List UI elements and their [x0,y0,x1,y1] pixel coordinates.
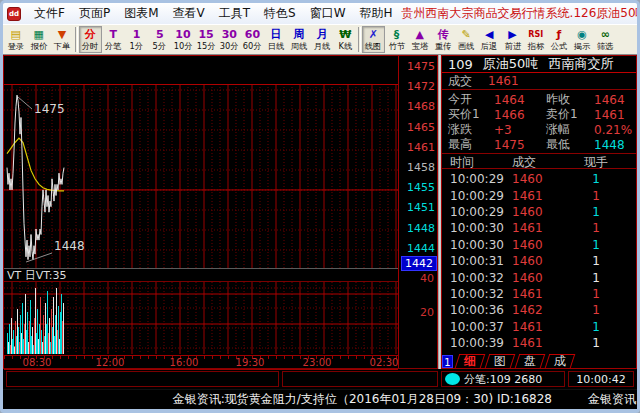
menu-文件F[interactable]: 文件F [27,4,72,23]
tick-volume: 1 [564,303,628,317]
menu-窗口W[interactable]: 窗口W [303,4,353,23]
tick-row: 10:00:3614621 [442,302,636,318]
menu-图表M[interactable]: 图表M [117,4,165,23]
toolbar-登录-button[interactable]: ▤登录 [4,26,27,53]
time-axis-label: 16:00 [170,357,199,368]
toolbar-宝塔-button[interactable]: ▲宝塔 [408,26,431,53]
contract-code: 109 [448,57,473,72]
toolbar-周线-button[interactable]: 周周线 [287,26,310,53]
contract-name: 原油50吨 [483,55,539,73]
quote-field-value: 1466 [494,108,546,122]
tab-label: 成 [554,355,566,368]
tab-细[interactable]: 细 [455,354,486,368]
toolbar-下单-button[interactable]: ▼下单 [50,26,73,53]
toolbar-重传-button[interactable]: 传重传 [431,26,454,53]
线图-icon: ✗ [369,28,378,41]
quote-field-label: 最低 [546,136,594,153]
volume-chart[interactable] [4,282,398,356]
app-logo-icon: dd [7,7,21,21]
toolbar-60分-button[interactable]: 6060分 [241,26,264,53]
menu-工具T[interactable]: 工具T [212,4,257,23]
statusbar: 分笔:109 2680 10:00:42 [3,369,637,389]
time-axis-label: 02:30 [370,357,399,368]
toolbar-前进-button[interactable]: ▶前进 [501,26,524,53]
overlay-segment: 均:1457.82 [96,369,156,370]
tick-volume: 1 [564,254,628,268]
toolbar-竹节-button[interactable]: §竹节 [385,26,408,53]
quote-field-value: +3 [494,123,546,137]
tick-row: 10:00:3014601 [442,237,636,253]
price-chart-svg: 14751448 [4,84,398,268]
toolbar-5分-button[interactable]: 55分 [148,26,171,53]
分时-icon: 分 [85,28,96,41]
tick-price: 1462 [512,303,564,317]
menu-查看V[interactable]: 查看V [166,4,212,23]
toolbar-K线-button[interactable]: ₩K线 [334,26,357,53]
toolbar-10分-button[interactable]: 1010分 [171,26,194,53]
toolbar-label: 报价 [31,41,48,50]
quote-field-value: 1464 [494,93,546,107]
toolbar-后退-button[interactable]: ◀后退 [478,26,501,53]
后退-icon: ◀ [485,28,493,41]
tab-badge: 1 [442,355,453,368]
quote-field-value: 1464 [594,93,630,107]
tick-price: 1460 [512,254,564,268]
15分-icon: 15 [198,28,213,41]
quote-summary-row: 今开1464昨收1464 [442,91,636,106]
toolbar-分笔-button[interactable]: T分笔 [102,26,125,53]
tab-label: 图 [494,355,506,368]
前进-icon: ▶ [508,28,516,41]
揭示-icon: ◉ [577,28,587,41]
y-axis-label: 1455 [407,181,435,194]
price-chart[interactable]: 14751448 [4,84,398,268]
toolbar-指标-button[interactable]: RSI指标 [524,26,547,53]
toolbar-label: K线 [338,41,352,50]
tick-time: 10:00:30 [450,221,512,235]
tick-time: 10:00:29 [450,172,512,186]
tab-label: 细 [464,355,476,368]
time-axis-ticks [4,356,398,359]
toolbar-筛选-button[interactable]: ∞筛选 [594,26,617,53]
tick-price: 1461 [512,336,564,350]
menu-特色S[interactable]: 特色S [257,4,303,23]
menubar: 文件F页面P图表M查看V工具T特色S窗口W帮助H [27,4,400,23]
toolbar-label: 后退 [481,41,498,50]
news-marquee[interactable]: 金银资讯:现货黄金阻力/支持位（2016年01月28日09：30) ID:168… [3,389,637,409]
time-axis-label: 12:00 [96,357,125,368]
toolbar-公式-button[interactable]: ƒ公式 [547,26,570,53]
svg-text:1475: 1475 [34,102,65,116]
menu-帮助H[interactable]: 帮助H [353,4,400,23]
news-text: 金银资讯:现货黄金阻力/支持位（2016年01月28日09：30) ID:168… [173,391,636,408]
overlay-segment: 线图 [7,369,29,370]
toolbar-画线-button[interactable]: ✎画线 [455,26,478,53]
toolbar-label: 月线 [314,41,331,50]
tab-成[interactable]: 成 [545,354,576,368]
分笔-icon: T [110,28,118,41]
quote-field-value: 0.21% [594,123,632,137]
toolbar-报价-button[interactable]: ▦报价 [27,26,50,53]
menu-页面P[interactable]: 页面P [72,4,117,23]
toolbar-separator [75,27,78,52]
toolbar-label: 指标 [527,41,544,50]
window-title: 贵州西南大宗商品交易行情系统.126原油50吨 分时 [402,5,637,22]
tick-time: 10:00:37 [450,320,512,334]
toolbar-label: 线图 [365,41,382,50]
content: 原油50吨 分时20160128 10:01价1461涨+3 0.21%量35额… [3,55,637,369]
toolbar-30分-button[interactable]: 3030分 [218,26,241,53]
toolbar-15分-button[interactable]: 1515分 [195,26,218,53]
toolbar-揭示-button[interactable]: ◉揭示 [571,26,594,53]
报价-icon: ▦ [34,28,44,41]
chart-overlay-line: 线图日均线系统均:1457.82 [4,369,398,370]
last-price-row: 成交 1461 [442,73,636,90]
toolbar-线图-button[interactable]: ✗线图 [362,26,385,53]
toolbar-日线-button[interactable]: 日日线 [264,26,287,53]
重传-icon: 传 [437,28,448,41]
tab-图[interactable]: 图 [485,354,516,368]
toolbar-月线-button[interactable]: 月月线 [310,26,333,53]
status-cell-2 [282,371,438,387]
tick-volume: 1 [564,320,628,334]
toolbar-1分-button[interactable]: 11分 [125,26,148,53]
toolbar-分时-button[interactable]: 分分时 [79,26,102,53]
toolbar-label: 登录 [7,41,24,50]
tab-盘[interactable]: 盘 [515,354,546,368]
